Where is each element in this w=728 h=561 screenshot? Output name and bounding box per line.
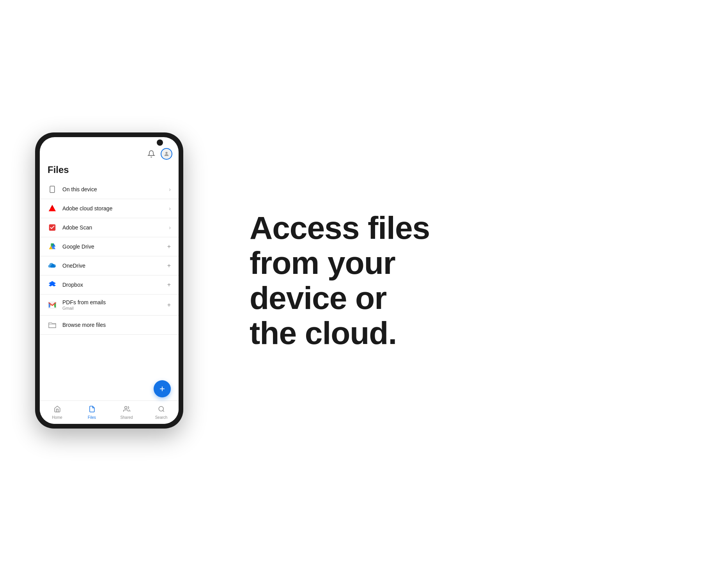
chevron-icon: › xyxy=(169,224,171,231)
svg-rect-1 xyxy=(50,186,55,193)
files-icon xyxy=(89,406,96,415)
fab-plus-icon: + xyxy=(159,384,165,393)
file-item-dropbox[interactable]: Dropbox + xyxy=(40,275,179,295)
file-list: On this device › Adobe cloud storage › xyxy=(40,180,179,400)
search-icon xyxy=(158,406,165,415)
nav-shared-label: Shared xyxy=(120,415,133,420)
svg-point-17 xyxy=(159,406,163,411)
file-item-on-device[interactable]: On this device › xyxy=(40,180,179,199)
bell-icon[interactable] xyxy=(146,148,157,159)
svg-marker-4 xyxy=(50,205,54,208)
phone-mockup: Files On this device › xyxy=(35,132,183,429)
file-item-adobe-cloud[interactable]: Adobe cloud storage › xyxy=(40,199,179,218)
add-dropbox-icon[interactable]: + xyxy=(167,281,171,288)
tagline-line2: from your xyxy=(250,245,395,280)
tagline-container: Access files from your device or the clo… xyxy=(218,187,728,374)
onedrive-label: OneDrive xyxy=(62,263,164,269)
on-device-label: On this device xyxy=(62,186,166,192)
add-gmail-icon[interactable]: + xyxy=(167,302,171,309)
svg-point-0 xyxy=(165,152,167,154)
pdf-emails-sublabel: Gmail xyxy=(62,306,164,310)
page-title: Files xyxy=(40,163,179,180)
scan-icon xyxy=(48,223,57,232)
nav-item-search[interactable]: Search xyxy=(144,403,179,422)
file-item-browse-more[interactable]: Browse more files xyxy=(40,316,179,335)
tagline-line1: Access files xyxy=(250,210,430,245)
dropbox-label: Dropbox xyxy=(62,282,164,288)
phone-container: Files On this device › xyxy=(0,0,218,561)
nav-files-label: Files xyxy=(88,415,96,420)
shared-icon xyxy=(123,406,130,415)
add-onedrive-icon[interactable]: + xyxy=(167,262,171,269)
adobe-cloud-label: Adobe cloud storage xyxy=(62,205,166,212)
tagline-text: Access files from your device or the clo… xyxy=(250,210,430,351)
avatar-icon[interactable] xyxy=(161,148,172,160)
nav-item-shared[interactable]: Shared xyxy=(109,403,144,422)
add-gdrive-icon[interactable]: + xyxy=(167,243,171,250)
svg-point-16 xyxy=(124,406,127,409)
device-icon xyxy=(48,185,57,194)
gmail-icon xyxy=(48,300,57,310)
file-item-onedrive[interactable]: OneDrive + xyxy=(40,256,179,275)
bottom-nav: Home Files xyxy=(40,400,179,424)
folder-icon xyxy=(48,320,57,330)
nav-search-label: Search xyxy=(155,415,168,420)
nav-item-files[interactable]: Files xyxy=(74,403,109,422)
file-item-adobe-scan[interactable]: Adobe Scan › xyxy=(40,218,179,237)
pdf-emails-label: PDFs from emails xyxy=(62,299,164,305)
tagline-line4: the cloud. xyxy=(250,315,397,351)
tagline-line3: device or xyxy=(250,280,386,316)
fab-button[interactable]: + xyxy=(154,380,171,397)
dropbox-icon xyxy=(48,280,57,289)
chevron-icon: › xyxy=(169,186,171,192)
browse-more-label: Browse more files xyxy=(62,322,171,328)
file-item-pdfs-emails[interactable]: PDFs from emails Gmail + xyxy=(40,295,179,316)
chevron-icon: › xyxy=(169,205,171,212)
onedrive-icon xyxy=(48,261,57,270)
file-item-gdrive[interactable]: Google Drive + xyxy=(40,237,179,256)
camera-punch-hole xyxy=(157,139,163,146)
home-icon xyxy=(54,406,61,415)
phone-screen: Files On this device › xyxy=(40,137,179,424)
nav-item-home[interactable]: Home xyxy=(40,403,74,422)
svg-line-18 xyxy=(163,410,164,411)
nav-home-label: Home xyxy=(52,415,62,420)
gdrive-icon xyxy=(48,242,57,251)
gdrive-label: Google Drive xyxy=(62,243,164,250)
adobe-scan-label: Adobe Scan xyxy=(62,224,166,231)
screen-content: Files On this device › xyxy=(40,137,179,424)
adobe-icon xyxy=(48,204,57,213)
